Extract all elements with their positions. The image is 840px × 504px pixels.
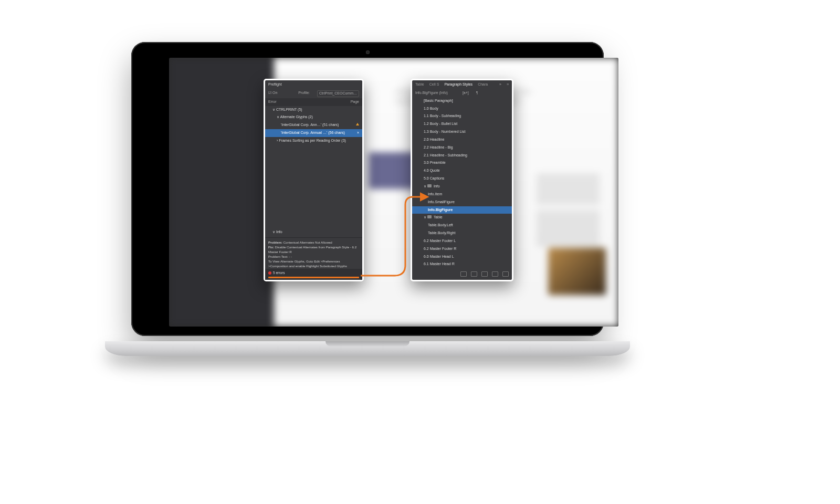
expand-icon[interactable]: »	[499, 82, 501, 88]
tree-group[interactable]: › Frames Sorting as per Reading Order (3…	[265, 137, 362, 145]
style-row[interactable]: Info.SmallFigure	[412, 198, 512, 206]
style-row[interactable]: 2.0 Headline	[412, 136, 512, 144]
panel-title: Preflight	[265, 80, 362, 89]
style-row[interactable]: 6.2 Master Footer R	[412, 245, 512, 253]
laptop-mockup: Preflight ☑ On Profile: CtrlPrint_CEOCom…	[105, 42, 630, 410]
style-row[interactable]: 6.0 Master Head L	[412, 253, 512, 261]
style-row[interactable]: [Basic Paragraph]	[412, 97, 512, 105]
folder-icon	[427, 215, 432, 218]
style-row[interactable]: 3.0 Preamble	[412, 159, 512, 167]
laptop-base	[105, 341, 630, 356]
preflight-footer: 5 errors	[265, 269, 362, 280]
folder-table[interactable]: ∨ Table	[412, 214, 512, 222]
newstyle-icon[interactable]: [a+]	[463, 90, 469, 96]
app-screen: Preflight ☑ On Profile: CtrlPrint_CEOCom…	[169, 58, 618, 327]
tab-cell-styles[interactable]: Cell S	[429, 82, 439, 88]
trash-icon[interactable]	[502, 271, 509, 277]
style-row[interactable]: 5.0 Captions	[412, 175, 512, 183]
error-row[interactable]: 'InterGlobal Corp. Ann…' (51 chars)	[265, 121, 362, 129]
style-row[interactable]: 1.0 Body	[412, 105, 512, 113]
style-row[interactable]: Info.Item	[412, 191, 512, 198]
style-row[interactable]: 6.2 Master Footer L	[412, 237, 512, 245]
preflight-panel[interactable]: Preflight ☑ On Profile: CtrlPrint_CEOCom…	[264, 79, 364, 281]
footer-icon[interactable]	[471, 271, 477, 277]
error-underline	[268, 277, 359, 278]
camera-icon	[366, 50, 370, 54]
on-checkbox[interactable]: ☑ On	[268, 90, 277, 97]
tree-group[interactable]: ∨ Alternate Glyphs (2)	[265, 113, 362, 121]
style-row[interactable]: 1.2 Body - Bullet List	[412, 120, 512, 128]
style-row[interactable]: 1.1 Body - Subheading	[412, 112, 512, 120]
style-row[interactable]: 2.1 Headline - Subheading	[412, 152, 512, 160]
style-row[interactable]: 2.2 Headline - Big	[412, 144, 512, 152]
profile-label: Profile:	[298, 90, 310, 97]
style-row[interactable]: 1.3 Body - Numbered List	[412, 128, 512, 136]
preflight-toolbar: ☑ On Profile: CtrlPrint_CEOComm…	[265, 89, 362, 98]
folder-info[interactable]: ∨ Info	[412, 183, 512, 191]
style-row[interactable]: 4.0 Quote	[412, 167, 512, 175]
col-page: Page	[351, 99, 359, 105]
profile-dropdown[interactable]: CtrlPrint_CEOComm…	[317, 90, 359, 97]
column-headers: Error Page	[265, 98, 362, 106]
tab-paragraph-styles[interactable]: Paragraph Styles	[444, 82, 472, 88]
newstyle-icon[interactable]	[492, 271, 498, 277]
error-row-selected[interactable]: 'InterGlobal Corp. Annual …' (56 chars)×	[265, 129, 362, 137]
screen-bezel: Preflight ☑ On Profile: CtrlPrint_CEOCom…	[131, 42, 604, 336]
info-block: Problem: Contextual Alternates Not Allow…	[265, 239, 362, 270]
current-style-row: Info.BigFigure (Info) [a+] ¶	[412, 89, 512, 97]
clearoverrides-icon[interactable]: ¶	[476, 90, 478, 96]
blurred-background	[169, 58, 618, 327]
footer-icon[interactable]	[460, 271, 467, 277]
error-dot-icon	[268, 271, 271, 275]
tab-char-styles[interactable]: Chara	[478, 82, 488, 88]
info-toggle[interactable]: ∨ Info	[265, 228, 362, 236]
panel-tabs: Table Cell S Paragraph Styles Chara » ≡	[412, 80, 512, 89]
folder-icon	[427, 184, 432, 187]
style-row[interactable]: 6.1 Master Head R	[412, 260, 512, 268]
tree-root[interactable]: ∨ CTRLPRINT (5)	[265, 106, 362, 114]
tab-table[interactable]: Table	[415, 82, 424, 88]
error-count: 5 errors	[273, 271, 285, 275]
style-row[interactable]: Table.Body.Right	[412, 229, 512, 237]
style-row[interactable]: Table.Body.Left	[412, 222, 512, 229]
current-style: Info.BigFigure (Info)	[415, 90, 448, 96]
newfolder-icon[interactable]	[481, 271, 488, 277]
style-row[interactable]: Info.BigFigure	[412, 206, 512, 214]
menu-icon[interactable]: ≡	[507, 82, 509, 88]
col-error: Error	[268, 99, 277, 105]
paragraph-styles-panel[interactable]: Table Cell S Paragraph Styles Chara » ≡ …	[411, 79, 513, 281]
panel-footer-icons	[412, 270, 512, 278]
